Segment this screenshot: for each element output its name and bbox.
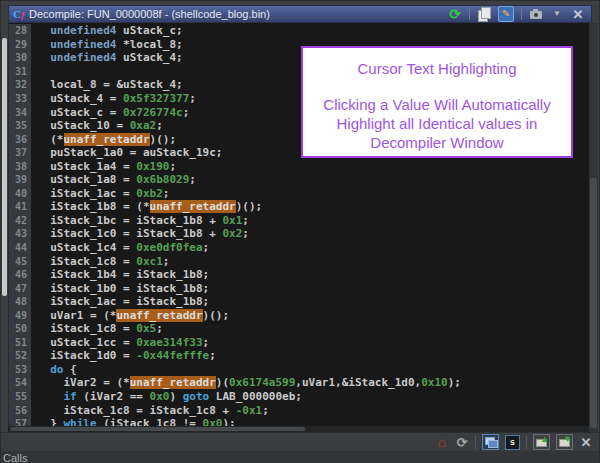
code-text[interactable]: iStack_1ac = 0xb2; — [31, 187, 169, 200]
scrollbar-thumb[interactable] — [10, 427, 305, 431]
line-number: 48 — [9, 295, 31, 309]
line-number: 54 — [9, 376, 31, 390]
code-text[interactable]: iStack_1d0 = -0x44fefffe; — [31, 349, 216, 362]
code-text[interactable]: uStack_1a4 = 0x190; — [31, 160, 176, 173]
code-text[interactable]: iStack_1b0 = iStack_1b8; — [31, 282, 209, 295]
code-line[interactable]: 46 iStack_1b4 = iStack_1b8; — [9, 268, 590, 282]
code-line[interactable]: 55 if (iVar2 == 0x0) goto LAB_000000eb; — [9, 390, 590, 404]
highlighted-token[interactable]: taddr — [116, 133, 149, 146]
code-text[interactable]: uStack_1c4 = 0xe0df0fea; — [31, 241, 209, 254]
line-number: 55 — [9, 390, 31, 404]
code-line[interactable]: 51 uStack_1cc = 0xae314f33; — [9, 336, 590, 350]
code-text[interactable]: undefined4 uStack_c; — [31, 24, 183, 37]
decompiler-titlebar[interactable]: Cf Decompile: FUN_0000008f - (shellcode_… — [8, 5, 592, 23]
close-icon[interactable]: ✕ — [571, 7, 585, 21]
background-scrollbar[interactable] — [2, 38, 7, 296]
line-number: 47 — [9, 281, 31, 295]
line-number: 31 — [9, 65, 31, 79]
snapshot-s-icon[interactable]: s — [505, 435, 520, 450]
code-line[interactable]: 49 uVar1 = (*unaff_retaddr)(); — [9, 308, 590, 322]
edit-icon[interactable]: ✎ — [498, 6, 514, 22]
code-text[interactable]: iStack_1c8 = 0xc1; — [31, 255, 169, 268]
chevron-down-icon[interactable]: ▼ — [550, 7, 564, 21]
line-number: 46 — [9, 268, 31, 282]
code-text[interactable]: uStack_1cc = 0xae314f33; — [31, 336, 209, 349]
code-text[interactable]: iStack_1c8 = iStack_1c8 + -0x1; — [31, 404, 269, 417]
code-line[interactable]: 50 iStack_1c8 = 0x5; — [9, 322, 590, 336]
code-line[interactable]: 47 iStack_1b0 = iStack_1b8; — [9, 281, 590, 295]
code-line[interactable]: 28 undefined4 uStack_c; — [9, 24, 590, 38]
code-text[interactable]: uStack_c = 0x726774c; — [31, 106, 189, 119]
line-number: 38 — [9, 159, 31, 173]
code-text[interactable]: (*unaff_retaddr)(); — [31, 133, 176, 146]
separator — [475, 436, 476, 449]
code-text[interactable]: iStack_1b4 = iStack_1b8; — [31, 268, 209, 281]
code-line[interactable]: 48 iStack_1ac = iStack_1b8; — [9, 295, 590, 309]
refresh-icon[interactable]: ⟳ — [448, 7, 462, 21]
line-number: 34 — [9, 105, 31, 119]
code-line[interactable]: 45 iStack_1c8 = 0xc1; — [9, 254, 590, 268]
code-text[interactable]: iStack_1c0 = iStack_1b8 + 0x2; — [31, 227, 249, 240]
code-text[interactable]: uStack_10 = 0xa2; — [31, 119, 163, 132]
highlighted-token[interactable]: unaff_re — [64, 133, 117, 146]
code-text[interactable]: local_8 = &uStack_4; — [31, 78, 183, 91]
code-text[interactable]: iStack_1ac = iStack_1b8; — [31, 295, 209, 308]
refresh-icon[interactable]: ⟳ — [455, 435, 469, 449]
code-text[interactable]: puStack_1a0 = auStack_19c; — [31, 146, 222, 159]
code-line[interactable]: 40 iStack_1ac = 0xb2; — [9, 187, 590, 201]
code-line[interactable]: 54 iVar2 = (*unaff_retaddr)(0x6174a599,u… — [9, 376, 590, 390]
clone-window-icon[interactable] — [482, 434, 499, 450]
home-icon[interactable]: ⌂ — [435, 435, 449, 449]
window-arrow-up-icon[interactable]: ▲ — [533, 434, 550, 450]
vertical-scrollbar[interactable] — [589, 23, 598, 432]
line-number: 35 — [9, 119, 31, 133]
code-line[interactable]: 52 iStack_1d0 = -0x44fefffe; — [9, 349, 590, 363]
code-text[interactable]: undefined4 uStack_4; — [31, 51, 183, 64]
code-text[interactable]: uStack_4 = 0x5f327377; — [31, 92, 196, 105]
window-arrow-down-icon[interactable]: ▼ — [556, 434, 573, 450]
code-text[interactable]: iStack_1c8 = 0x5; — [31, 322, 163, 335]
close-icon[interactable]: ✕ — [579, 435, 593, 449]
line-number: 29 — [9, 38, 31, 52]
code-text[interactable]: iStack_1b8 = (*unaff_retaddr)(); — [31, 200, 262, 213]
code-text[interactable]: uVar1 = (*unaff_retaddr)(); — [31, 309, 229, 322]
statusbar-label: Calls — [3, 452, 27, 463]
line-number: 53 — [9, 363, 31, 377]
code-line[interactable]: 42 iStack_1bc = iStack_1b8 + 0x1; — [9, 214, 590, 228]
line-number: 52 — [9, 349, 31, 363]
annotation-box: Cursor Text Highlighting Clicking a Valu… — [301, 46, 573, 158]
code-line[interactable]: 44 uStack_1c4 = 0xe0df0fea; — [9, 241, 590, 255]
annotation-title: Cursor Text Highlighting — [303, 60, 571, 77]
highlighted-token[interactable]: unaff_retaddr — [150, 200, 236, 213]
line-number: 56 — [9, 403, 31, 417]
code-text[interactable]: undefined4 *local_8; — [31, 38, 183, 51]
code-line[interactable]: 41 iStack_1b8 = (*unaff_retaddr)(); — [9, 200, 590, 214]
code-line[interactable]: 39 uStack_1a8 = 0x6b8029; — [9, 173, 590, 187]
line-number: 49 — [9, 308, 31, 322]
code-line[interactable]: 56 iStack_1c8 = iStack_1c8 + -0x1; — [9, 403, 590, 417]
annotation-body: Clicking a Value Will Automatically High… — [303, 95, 571, 152]
line-number: 28 — [9, 24, 31, 38]
highlighted-token[interactable]: unaff_retaddr — [116, 309, 202, 322]
code-text[interactable]: iStack_1bc = iStack_1b8 + 0x1; — [31, 214, 249, 227]
line-number: 44 — [9, 241, 31, 255]
line-number: 37 — [9, 146, 31, 160]
line-number: 41 — [9, 200, 31, 214]
code-text[interactable]: uStack_1a8 = 0x6b8029; — [31, 173, 196, 186]
copy-views-icon[interactable] — [477, 7, 491, 21]
highlighted-token[interactable]: unaff_retaddr — [130, 376, 216, 389]
scrollbar-thumb[interactable] — [590, 178, 597, 428]
code-line[interactable]: 43 iStack_1c0 = iStack_1b8 + 0x2; — [9, 227, 590, 241]
snapshot-camera-icon[interactable] — [529, 7, 543, 21]
line-number: 32 — [9, 78, 31, 92]
line-number: 45 — [9, 254, 31, 268]
code-text[interactable]: do { — [31, 363, 77, 376]
statusbar: Calls — [1, 451, 599, 463]
code-line[interactable]: 53 do { — [9, 363, 590, 377]
separator — [526, 436, 527, 449]
decompiler-bottom-toolbar: ⌂ ⟳ s ▲ ▼ ✕ — [1, 432, 599, 451]
line-number: 40 — [9, 187, 31, 201]
code-line[interactable]: 38 uStack_1a4 = 0x190; — [9, 159, 590, 173]
code-text[interactable]: iVar2 = (*unaff_retaddr)(0x6174a599,uVar… — [31, 376, 461, 389]
code-text[interactable]: if (iVar2 == 0x0) goto LAB_000000eb; — [31, 390, 302, 403]
